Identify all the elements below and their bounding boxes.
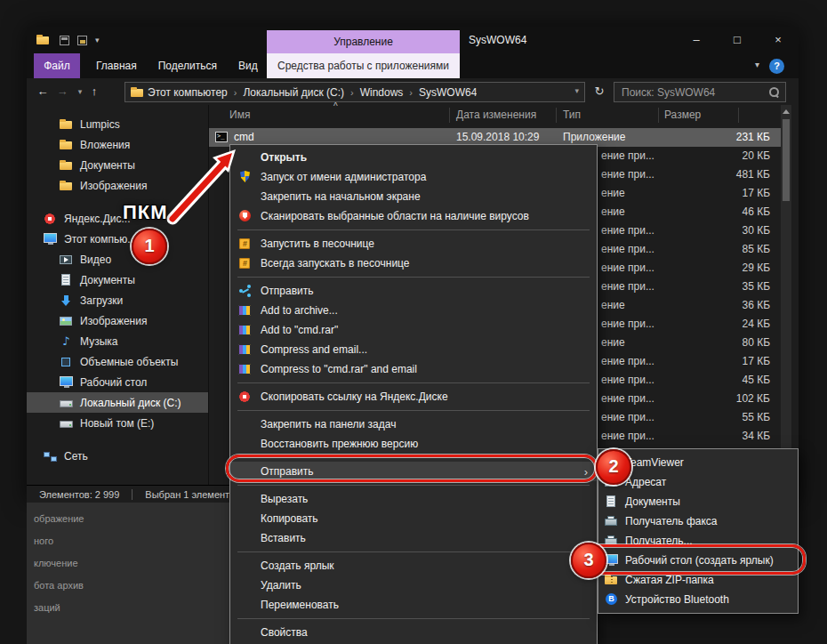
context-menu-item[interactable]: Закрепить на панели задач › (230, 415, 597, 434)
sidebar-item[interactable]: Изображения (27, 175, 208, 196)
background-text-line: бота архив (27, 575, 233, 597)
help-button[interactable]: ? (769, 59, 784, 74)
column-header-size[interactable]: Размер (664, 109, 701, 121)
sidebar-item[interactable]: Объемные объекты (27, 351, 208, 372)
context-menu-item[interactable]: Закрепить на начальном экране › (230, 187, 597, 206)
sidebar-item[interactable]: Документы (27, 270, 208, 290)
sidebar-item[interactable]: Изображения (27, 310, 208, 331)
sidebar-item[interactable]: Этот компью... (27, 229, 208, 249)
context-menu-item[interactable]: Вырезать › (230, 489, 597, 509)
scrollbar[interactable] (781, 105, 791, 485)
send-to-item[interactable]: Получатель факса (598, 511, 798, 531)
sidebar-item[interactable]: Lumpics (27, 114, 208, 134)
forward-button[interactable]: → (53, 83, 71, 101)
breadcrumb-item[interactable]: SysWOW64 (419, 86, 477, 99)
downloads-icon (59, 294, 75, 308)
close-button[interactable]: × (758, 27, 799, 53)
sidebar-item[interactable]: Загрузки (27, 290, 208, 310)
sidebar-item[interactable]: Документы (27, 155, 208, 175)
search-input[interactable] (614, 83, 785, 101)
context-menu-item[interactable]: Создать ярлык › (230, 556, 597, 576)
ribbon-tab[interactable]: Поделиться (148, 53, 228, 78)
sidebar-item-label: Документы (80, 274, 135, 286)
minimize-button[interactable]: – (676, 27, 717, 53)
file-type: ение при... (601, 147, 654, 165)
context-menu-item[interactable]: Всегда запускать в песочнице › (230, 254, 597, 273)
sidebar-item[interactable]: Видео (27, 249, 208, 270)
menu-item-label: Сканировать выбранные области на наличие… (261, 210, 529, 222)
highlight-box-step2 (226, 455, 598, 482)
column-header-name[interactable]: Имя (229, 109, 250, 121)
refresh-button[interactable]: ↻ (590, 83, 608, 101)
breadcrumb-segment: › Windows (344, 86, 403, 99)
menu-item-label: Открыть (261, 151, 307, 164)
context-menu-item[interactable]: Запустить в песочнице › (230, 234, 597, 254)
context-menu-item[interactable]: Удалить › (230, 576, 597, 595)
context-menu-item[interactable]: Сканировать выбранные области на наличие… (230, 206, 597, 226)
context-menu-item[interactable]: Восстановить прежнюю версию › (230, 434, 597, 454)
breadcrumb-item[interactable]: Локальный диск (C:) (243, 86, 344, 99)
file-size: 24 КБ (742, 315, 770, 334)
sidebar-item[interactable]: Сеть (27, 446, 208, 466)
computer-icon (43, 232, 59, 246)
context-menu-item[interactable]: Compress to "cmd.rar" and email › (230, 359, 597, 379)
context-menu-item[interactable]: Скопировать ссылку на Яндекс.Диске › (230, 387, 597, 407)
breadcrumb-item[interactable]: Этот компьютер (148, 86, 228, 99)
sidebar-item[interactable]: Яндекс.Дис... (27, 208, 208, 229)
menu-separator (230, 226, 597, 234)
scrollbar-thumb[interactable] (783, 119, 790, 201)
context-menu-item[interactable]: Вставить › (230, 528, 597, 548)
app-tools-tab[interactable]: Средства работы с приложениями (267, 53, 460, 78)
screenshot-root: ▾ Управление SysWOW64 – □ × Файл Главная… (0, 0, 827, 644)
file-type: ение при... (601, 221, 654, 240)
column-header-type[interactable]: Тип (563, 109, 581, 121)
breadcrumb-bar[interactable]: › Этот компьютер › Локальный диск (C:) ›… (124, 82, 585, 102)
step-badge-3: 3 (571, 543, 606, 578)
qat-chevron-icon[interactable]: ▾ (95, 36, 100, 45)
sidebar-item[interactable]: Новый том (E:) (27, 413, 208, 433)
maximize-button[interactable]: □ (717, 27, 758, 53)
context-menu-item[interactable]: Свойства › (230, 623, 597, 642)
column-header-date[interactable]: Дата изменения (456, 109, 536, 121)
context-menu-item[interactable]: Add to archive... › (230, 301, 597, 320)
context-menu-item[interactable]: Add to "cmd.rar" › (230, 320, 597, 340)
context-menu-item[interactable]: Переименовать › (230, 595, 597, 615)
file-type: ение при... (601, 165, 654, 184)
addressbar: ← → ▾ ↑ › Этот компьютер › Лока (27, 78, 799, 105)
breadcrumb-item[interactable]: Windows (360, 86, 404, 99)
back-button[interactable]: ← (34, 83, 52, 101)
menu-item-label: TeamViewer (625, 456, 684, 469)
scrollbar-up-icon[interactable] (781, 105, 791, 117)
context-menu-item[interactable]: Отправить › (230, 281, 597, 301)
context-menu-item[interactable]: Запуск от имени администратора › (230, 167, 597, 187)
qat-new-folder-icon[interactable] (77, 36, 87, 45)
menu-item-label: Адресат (625, 476, 666, 488)
file-size: 55 КБ (742, 408, 770, 427)
context-menu-item[interactable]: Копировать › (230, 509, 597, 528)
send-to-item[interactable]: Документы (598, 492, 798, 511)
file-tab[interactable]: Файл (34, 53, 80, 78)
items-count: Элементов: 2 999 (27, 489, 119, 500)
sandbox-icon (237, 237, 253, 251)
file-size: 85 КБ (742, 240, 770, 259)
search-icon[interactable] (769, 87, 779, 97)
context-menu-item[interactable]: Открыть › (230, 148, 597, 167)
qat-properties-icon[interactable] (60, 36, 69, 45)
management-contextual-header[interactable]: Управление (267, 30, 460, 53)
menu-item-label: Compress and email... (261, 343, 367, 356)
send-to-item[interactable]: Устройство Bluetooth (598, 590, 798, 609)
context-menu-item[interactable]: Compress and email... › (230, 340, 597, 359)
breadcrumb-dropdown-icon[interactable]: ▾ (574, 86, 579, 95)
ribbon-collapse-icon[interactable]: ▾ (755, 60, 759, 69)
window-title: SysWOW64 (469, 27, 526, 53)
sidebar-item[interactable]: Рабочий стол (27, 372, 208, 392)
ribbon-tab[interactable]: Вид (228, 53, 269, 78)
breadcrumb-segment: › Этот компьютер (148, 86, 228, 99)
antivirus-icon (237, 209, 253, 223)
sidebar-item[interactable]: Локальный диск (C:) (27, 392, 208, 413)
sidebar-item[interactable]: Вложения (27, 134, 208, 155)
menu-item-label: Копировать (261, 512, 318, 525)
sidebar-item[interactable]: Музыка (27, 331, 208, 351)
ribbon-tab[interactable]: Главная (85, 53, 148, 78)
up-button[interactable]: ↑ (85, 83, 103, 101)
